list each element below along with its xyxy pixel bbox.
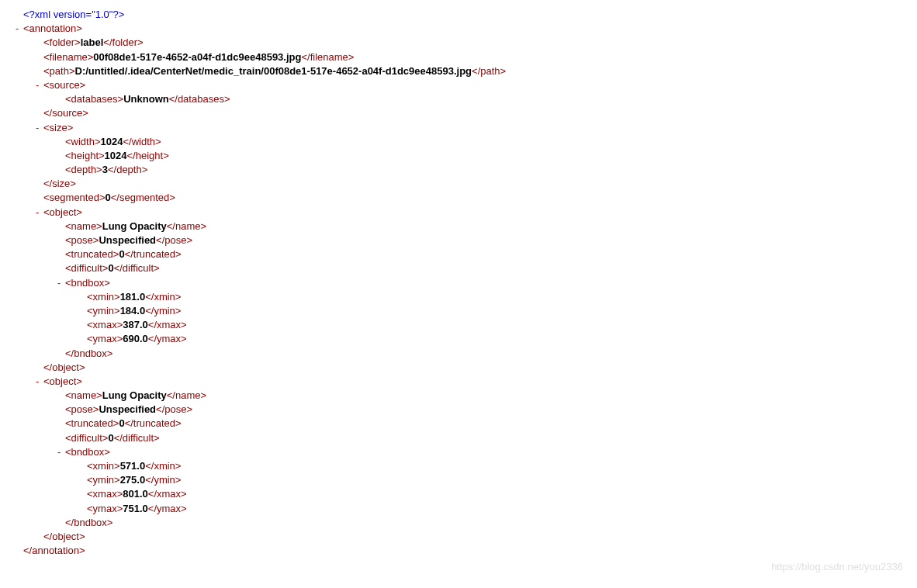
pose-element: <pose>Unspecified</pose> bbox=[0, 403, 917, 417]
object-1-close: </object> bbox=[0, 361, 917, 375]
xmin-element: <xmin>571.0</xmin> bbox=[0, 459, 917, 473]
source-open: -<source> bbox=[0, 78, 917, 92]
ymax-element: <ymax>751.0</ymax> bbox=[0, 502, 917, 516]
xml-declaration: <?xml version="1.0"?> bbox=[0, 8, 917, 22]
size-close: </size> bbox=[0, 177, 917, 191]
collapse-icon[interactable]: - bbox=[0, 78, 43, 92]
databases-element: <databases>Unknown</databases> bbox=[0, 92, 917, 106]
watermark: https://blog.csdn.net/you2336 bbox=[771, 560, 903, 574]
xmax-element: <xmax>387.0</xmax> bbox=[0, 318, 917, 332]
bndbox-1-open: -<bndbox> bbox=[0, 276, 917, 290]
bndbox-2-close: </bndbox> bbox=[0, 516, 917, 530]
difficult-element: <difficult>0</difficult> bbox=[0, 261, 917, 275]
object-2-close: </object> bbox=[0, 530, 917, 544]
ymin-element: <ymin>275.0</ymin> bbox=[0, 473, 917, 487]
size-open: -<size> bbox=[0, 121, 917, 135]
collapse-icon[interactable]: - bbox=[0, 206, 43, 220]
bndbox-2-open: -<bndbox> bbox=[0, 445, 917, 459]
xml-document: <?xml version="1.0"?> -<annotation> <fol… bbox=[0, 8, 917, 558]
bndbox-1-close: </bndbox> bbox=[0, 347, 917, 361]
depth-element: <depth>3</depth> bbox=[0, 163, 917, 177]
filename-element: <filename>00f08de1-517e-4652-a04f-d1dc9e… bbox=[0, 50, 917, 64]
source-close: </source> bbox=[0, 106, 917, 120]
collapse-icon[interactable]: - bbox=[0, 121, 43, 135]
object-1-open: -<object> bbox=[0, 206, 917, 220]
object-2-open: -<object> bbox=[0, 375, 917, 389]
pose-element: <pose>Unspecified</pose> bbox=[0, 233, 917, 247]
height-element: <height>1024</height> bbox=[0, 149, 917, 163]
name-element: <name>Lung Opacity</name> bbox=[0, 389, 917, 403]
ymax-element: <ymax>690.0</ymax> bbox=[0, 332, 917, 346]
collapse-icon[interactable]: - bbox=[0, 22, 23, 36]
collapse-icon[interactable]: - bbox=[0, 276, 65, 290]
ymin-element: <ymin>184.0</ymin> bbox=[0, 304, 917, 318]
xmin-element: <xmin>181.0</xmin> bbox=[0, 290, 917, 304]
truncated-element: <truncated>0</truncated> bbox=[0, 417, 917, 431]
folder-element: <folder>label</folder> bbox=[0, 36, 917, 50]
collapse-icon[interactable]: - bbox=[0, 445, 65, 459]
difficult-element: <difficult>0</difficult> bbox=[0, 431, 917, 445]
name-element: <name>Lung Opacity</name> bbox=[0, 220, 917, 233]
width-element: <width>1024</width> bbox=[0, 135, 917, 149]
xmax-element: <xmax>801.0</xmax> bbox=[0, 487, 917, 501]
collapse-icon[interactable]: - bbox=[0, 375, 43, 389]
segmented-element: <segmented>0</segmented> bbox=[0, 191, 917, 205]
truncated-element: <truncated>0</truncated> bbox=[0, 247, 917, 261]
annotation-close: </annotation> bbox=[0, 544, 917, 558]
annotation-open: -<annotation> bbox=[0, 22, 917, 36]
path-element: <path>D:/untitled/.idea/CenterNet/medic_… bbox=[0, 64, 917, 78]
